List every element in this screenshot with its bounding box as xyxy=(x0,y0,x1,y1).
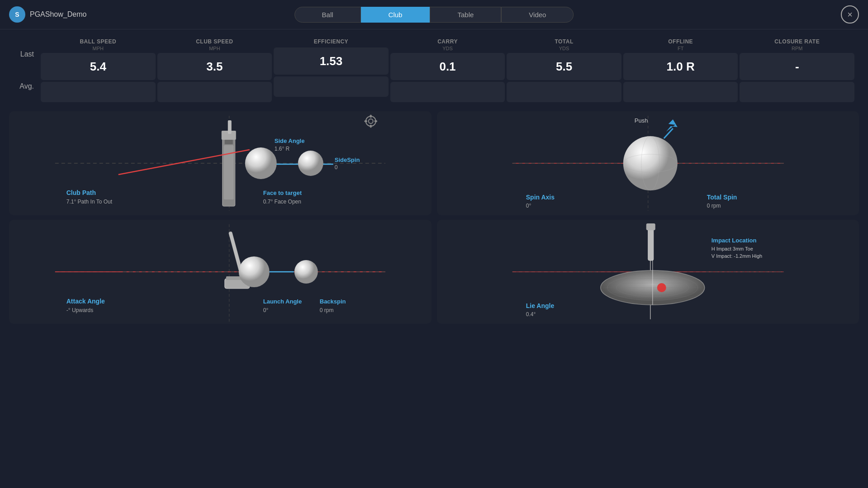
tab-ball[interactable]: Ball xyxy=(294,7,361,23)
svg-rect-7 xyxy=(228,120,232,134)
stats-grid: BALL SPEED MPH 5.4 CLUB SPEED MPH 3.5 EF… xyxy=(41,38,854,102)
svg-text:Side Angle: Side Angle xyxy=(275,137,305,144)
club-path-panel: Side Angle 1.6° R SideSpin 0 Club Path 7… xyxy=(9,111,432,215)
ball-speed-header: BALL SPEED xyxy=(80,38,116,45)
svg-text:0: 0 xyxy=(335,164,338,171)
tab-club[interactable]: Club xyxy=(361,7,430,23)
club-speed-value: 3.5 xyxy=(157,53,272,80)
spin-panel: Push Spin Axis 0° Total Spin 0 rpm xyxy=(437,111,859,215)
club-speed-avg xyxy=(157,82,272,102)
offline-header: OFFLINE xyxy=(668,38,693,45)
stats-row: Last Avg. BALL SPEED MPH 5.4 CLUB SPEED … xyxy=(0,29,868,107)
stat-total: TOTAL YDS 5.5 xyxy=(507,38,621,102)
close-button[interactable]: × xyxy=(841,5,859,24)
closure-rate-header: CLOSURE RATE xyxy=(774,38,820,45)
svg-text:Launch Angle: Launch Angle xyxy=(263,298,302,305)
stat-club-speed: CLUB SPEED MPH 3.5 xyxy=(157,38,272,102)
club-speed-header: CLUB SPEED xyxy=(196,38,233,45)
svg-text:H Impact 3mm Toe: H Impact 3mm Toe xyxy=(711,246,753,251)
closure-rate-unit: RPM xyxy=(792,46,802,51)
stats-labels: Last Avg. xyxy=(14,38,41,102)
svg-text:-° Upwards: -° Upwards xyxy=(66,307,93,313)
svg-text:Impact Location: Impact Location xyxy=(711,237,756,244)
svg-text:Club Path: Club Path xyxy=(66,189,96,196)
svg-text:Face to target: Face to target xyxy=(263,190,302,196)
svg-text:7.1° Path In To Out: 7.1° Path In To Out xyxy=(66,199,113,205)
total-avg xyxy=(507,82,621,102)
bottom-panels-row: Attack Angle -° Upwards Launch Angle 0° … xyxy=(0,220,868,328)
svg-text:0.7° Face Open: 0.7° Face Open xyxy=(263,199,301,205)
offline-unit: FT xyxy=(678,46,683,51)
svg-text:0°: 0° xyxy=(263,307,269,313)
ball-speed-avg xyxy=(41,82,156,102)
app-logo-icon: S xyxy=(9,6,25,23)
attack-angle-panel: Attack Angle -° Upwards Launch Angle 0° … xyxy=(9,220,432,324)
svg-rect-5 xyxy=(225,140,233,144)
tab-table[interactable]: Table xyxy=(430,7,501,23)
carry-header: CARRY xyxy=(437,38,458,45)
svg-text:1.6°  R: 1.6° R xyxy=(275,146,290,152)
svg-text:Spin Axis: Spin Axis xyxy=(526,194,554,201)
avg-label: Avg. xyxy=(14,82,34,90)
svg-text:Attack Angle: Attack Angle xyxy=(66,298,105,305)
stat-offline: OFFLINE FT 1.0 R xyxy=(623,38,738,102)
svg-text:Lie Angle: Lie Angle xyxy=(526,302,554,309)
total-header: TOTAL xyxy=(555,38,573,45)
svg-text:0 rpm: 0 rpm xyxy=(707,203,721,209)
svg-point-52 xyxy=(239,256,270,287)
efficiency-avg xyxy=(274,76,389,97)
svg-point-53 xyxy=(294,260,318,284)
app-logo: S PGAShow_Demo xyxy=(9,6,86,23)
offline-avg xyxy=(623,82,738,102)
impact-location-panel: Impact Location H Impact 3mm Toe V Impac… xyxy=(437,220,859,324)
svg-text:0.4°: 0.4° xyxy=(526,311,536,317)
svg-text:0°: 0° xyxy=(526,203,531,209)
svg-point-33 xyxy=(623,136,677,190)
last-label: Last xyxy=(14,50,34,58)
stat-efficiency: EFFICIENCY 1.53 xyxy=(274,38,389,102)
closure-rate-value: - xyxy=(740,53,854,80)
total-unit: YDS xyxy=(559,46,569,51)
top-panels-row: Side Angle 1.6° R SideSpin 0 Club Path 7… xyxy=(0,107,868,220)
efficiency-value: 1.53 xyxy=(274,47,389,75)
svg-text:SideSpin: SideSpin xyxy=(335,156,360,163)
club-speed-unit: MPH xyxy=(209,46,220,51)
header: S PGAShow_Demo Ball Club Table Video × xyxy=(0,0,868,29)
closure-rate-avg xyxy=(740,82,854,102)
carry-avg xyxy=(390,82,505,102)
svg-point-11 xyxy=(298,151,323,176)
svg-text:Backspin: Backspin xyxy=(320,298,346,305)
ball-speed-value: 5.4 xyxy=(41,53,156,80)
svg-point-10 xyxy=(245,147,277,179)
stat-ball-speed: BALL SPEED MPH 5.4 xyxy=(41,38,156,102)
carry-unit: YDS xyxy=(442,46,453,51)
svg-text:V Impact: -1.2mm High: V Impact: -1.2mm High xyxy=(711,253,762,259)
svg-text:0 rpm: 0 rpm xyxy=(320,307,334,313)
efficiency-header: EFFICIENCY xyxy=(314,38,348,45)
offline-value: 1.0 R xyxy=(623,53,738,80)
total-value: 5.5 xyxy=(507,53,621,80)
stat-carry: CARRY YDS 0.1 xyxy=(390,38,505,102)
ball-speed-unit: MPH xyxy=(93,46,104,51)
svg-text:Total Spin: Total Spin xyxy=(707,194,737,201)
app-title: PGAShow_Demo xyxy=(30,10,86,19)
tab-video[interactable]: Video xyxy=(501,7,574,23)
svg-point-77 xyxy=(657,283,666,292)
svg-text:Push: Push xyxy=(634,117,648,124)
stat-closure-rate: CLOSURE RATE RPM - xyxy=(740,38,854,102)
nav-tabs: Ball Club Table Video xyxy=(294,7,574,23)
carry-value: 0.1 xyxy=(390,53,505,80)
svg-rect-68 xyxy=(646,223,655,230)
